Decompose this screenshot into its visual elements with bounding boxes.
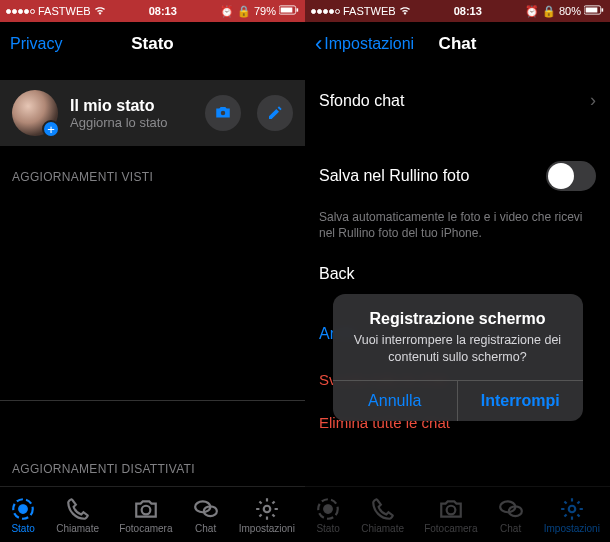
phone-icon	[370, 496, 396, 522]
svg-rect-1	[296, 8, 298, 11]
status-time: 08:13	[149, 5, 177, 17]
alert-backdrop: Registrazione schermo Vuoi interrompere …	[305, 66, 610, 486]
carrier-label: FASTWEB	[38, 5, 91, 17]
page-title: Stato	[131, 34, 174, 54]
tab-settings[interactable]: Impostazioni	[239, 496, 295, 534]
tab-label: Fotocamera	[119, 523, 172, 534]
status-ring-icon	[10, 496, 36, 522]
my-status-row[interactable]: + Il mio stato Aggiorna lo stato	[0, 80, 305, 146]
camera-icon	[133, 496, 159, 522]
tab-label: Chiamate	[361, 523, 404, 534]
alarm-icon: ⏰	[525, 5, 539, 18]
svg-rect-10	[601, 8, 603, 11]
alert-confirm-button[interactable]: Interrompi	[457, 381, 583, 421]
pencil-icon	[267, 105, 283, 121]
nav-bar: Privacy Stato	[0, 22, 305, 66]
edit-button[interactable]	[257, 95, 293, 131]
tab-bar: Stato Chiamate Fotocamera Chat Impostazi…	[305, 486, 610, 542]
camera-button[interactable]	[205, 95, 241, 131]
tab-calls[interactable]: Chiamate	[361, 496, 404, 534]
svg-point-14	[446, 505, 455, 514]
carrier-label: FASTWEB	[343, 5, 396, 17]
svg-point-13	[324, 504, 333, 513]
plus-icon: +	[42, 120, 60, 138]
section-muted-updates: AGGIORNAMENTI DISATTIVATI	[0, 438, 305, 482]
wifi-icon	[94, 5, 106, 17]
svg-rect-11	[586, 8, 598, 13]
camera-icon	[438, 496, 464, 522]
nav-back-label: Privacy	[10, 35, 62, 53]
tab-bar: Stato Chiamate Fotocamera Chat Impostazi…	[0, 486, 305, 542]
back-button[interactable]: Privacy	[10, 35, 62, 53]
signal-dots-icon	[311, 9, 340, 14]
svg-point-4	[19, 504, 28, 513]
tab-camera[interactable]: Fotocamera	[424, 496, 477, 534]
page-title: Chat	[439, 34, 477, 54]
status-text: Il mio stato Aggiorna lo stato	[70, 97, 189, 130]
my-status-title: Il mio stato	[70, 97, 189, 115]
tab-label: Stato	[11, 523, 34, 534]
content-area: Sfondo chat › Salva nel Rullino foto Sal…	[305, 66, 610, 486]
chevron-left-icon: ‹	[315, 33, 322, 55]
status-time: 08:13	[454, 5, 482, 17]
battery-icon	[584, 5, 604, 17]
battery-pct: 79%	[254, 5, 276, 17]
tab-label: Chat	[500, 523, 521, 534]
tab-settings[interactable]: Impostazioni	[544, 496, 600, 534]
alert-cancel-button[interactable]: Annulla	[333, 381, 458, 421]
tab-chat[interactable]: Chat	[193, 496, 219, 534]
tab-chat[interactable]: Chat	[498, 496, 524, 534]
tab-label: Fotocamera	[424, 523, 477, 534]
alert-message: Vuoi interrompere la registrazione dei c…	[347, 332, 569, 366]
tab-label: Stato	[316, 523, 339, 534]
phone-icon	[65, 496, 91, 522]
tab-label: Impostazioni	[239, 523, 295, 534]
svg-rect-2	[281, 8, 293, 13]
svg-point-17	[569, 505, 576, 512]
tab-status[interactable]: Stato	[10, 496, 36, 534]
svg-point-8	[264, 505, 271, 512]
back-button[interactable]: ‹ Impostazioni	[315, 33, 414, 55]
signal-dots-icon	[6, 9, 35, 14]
gear-icon	[254, 496, 280, 522]
tab-label: Chat	[195, 523, 216, 534]
rotation-lock-icon: 🔒	[542, 5, 556, 18]
battery-pct: 80%	[559, 5, 581, 17]
nav-bar: ‹ Impostazioni Chat	[305, 22, 610, 66]
rotation-lock-icon: 🔒	[237, 5, 251, 18]
gear-icon	[559, 496, 585, 522]
status-bar: FASTWEB 08:13 ⏰ 🔒 79%	[0, 0, 305, 22]
alert-title: Registrazione schermo	[347, 310, 569, 328]
right-screenshot: FASTWEB 08:13 ⏰ 🔒 80% ‹ Impostazioni Cha…	[305, 0, 610, 542]
chat-bubbles-icon	[498, 496, 524, 522]
tab-label: Chiamate	[56, 523, 99, 534]
alarm-icon: ⏰	[220, 5, 234, 18]
alert-dialog: Registrazione schermo Vuoi interrompere …	[333, 294, 583, 421]
chat-bubbles-icon	[193, 496, 219, 522]
svg-point-5	[141, 505, 150, 514]
status-ring-icon	[315, 496, 341, 522]
avatar[interactable]: +	[12, 90, 58, 136]
tab-calls[interactable]: Chiamate	[56, 496, 99, 534]
battery-icon	[279, 5, 299, 17]
tab-label: Impostazioni	[544, 523, 600, 534]
tab-status[interactable]: Stato	[315, 496, 341, 534]
left-screenshot: FASTWEB 08:13 ⏰ 🔒 79% Privacy Stato +	[0, 0, 305, 542]
my-status-subtitle: Aggiorna lo stato	[70, 115, 189, 130]
camera-icon	[214, 104, 232, 122]
section-seen-updates: AGGIORNAMENTI VISTI	[0, 146, 305, 190]
content-area: + Il mio stato Aggiorna lo stato AGGIORN…	[0, 66, 305, 486]
nav-back-label: Impostazioni	[324, 35, 414, 53]
wifi-icon	[399, 5, 411, 17]
status-bar: FASTWEB 08:13 ⏰ 🔒 80%	[305, 0, 610, 22]
tab-camera[interactable]: Fotocamera	[119, 496, 172, 534]
